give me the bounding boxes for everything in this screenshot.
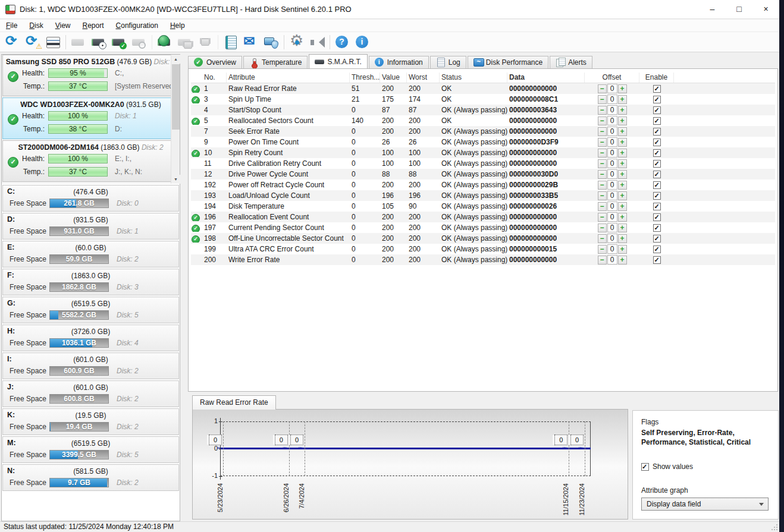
menu-item[interactable]: View: [49, 20, 77, 31]
enable-checkbox[interactable]: [653, 160, 661, 168]
tab-smart[interactable]: S.M.A.R.T.: [309, 54, 367, 68]
smart-attribute-row[interactable]: 194 Disk Temperature 0 105 90 OK (Always…: [191, 201, 775, 212]
offset-increase-button[interactable]: +: [618, 106, 627, 115]
smart-attribute-row[interactable]: 3 Spin Up Time 21 175 174 OK 0000000008C…: [191, 94, 775, 105]
offset-decrease-button[interactable]: −: [598, 234, 607, 243]
offset-increase-button[interactable]: +: [618, 181, 627, 190]
partition-entry[interactable]: C: (476.4 GB) Free Space 261.8 GB Disk: …: [2, 185, 179, 212]
offset-decrease-button[interactable]: −: [598, 106, 607, 115]
partition-entry[interactable]: F: (1863.0 GB) Free Space 1862.8 GB Disk…: [2, 269, 179, 295]
disk-search-button[interactable]: [130, 33, 149, 51]
offset-increase-button[interactable]: +: [618, 84, 627, 93]
partition-entry[interactable]: H: (3726.0 GB) Free Space 1036.1 GB Disk…: [2, 325, 179, 351]
column-header[interactable]: Value: [380, 73, 407, 83]
enable-checkbox[interactable]: [653, 181, 661, 189]
offset-decrease-button[interactable]: −: [598, 245, 607, 254]
column-header[interactable]: No.: [191, 73, 227, 83]
offset-decrease-button[interactable]: −: [598, 213, 607, 222]
disk-clock-button[interactable]: [89, 33, 108, 51]
partition-entry[interactable]: K: (19.5 GB) Free Space 19.4 GB Disk: 2: [2, 408, 179, 435]
enable-checkbox[interactable]: [653, 117, 661, 125]
tab-disk-performance[interactable]: Disk Performance: [468, 56, 548, 68]
maximize-button[interactable]: □: [726, 0, 752, 19]
menu-item[interactable]: File: [0, 20, 23, 31]
offset-decrease-button[interactable]: −: [598, 138, 607, 147]
offset-increase-button[interactable]: +: [618, 127, 627, 136]
smart-attribute-row[interactable]: 200 Write Error Rate 0 200 200 OK (Alway…: [191, 254, 775, 265]
offset-decrease-button[interactable]: −: [598, 127, 607, 136]
smart-attribute-row[interactable]: 193 Load/Unload Cycle Count 0 196 196 OK…: [191, 190, 775, 201]
offset-increase-button[interactable]: +: [618, 159, 627, 168]
resize-grip[interactable]: [770, 523, 778, 531]
tab-alerts[interactable]: Alerts: [550, 56, 592, 68]
offset-decrease-button[interactable]: −: [598, 84, 607, 93]
enable-checkbox[interactable]: [653, 85, 661, 93]
attribute-graph-select[interactable]: Display data field: [641, 498, 769, 511]
disk-entry[interactable]: WDC WD1003FZEX-00MK2A0 (931.5 GB) Health…: [2, 97, 179, 139]
enable-checkbox[interactable]: [653, 128, 661, 136]
disk-check-button[interactable]: [109, 33, 128, 51]
tab-overview[interactable]: Overview: [188, 56, 242, 68]
tab-temperature[interactable]: Temperature: [243, 56, 308, 68]
partition-entry[interactable]: J: (601.0 GB) Free Space 600.8 GB Disk: …: [2, 380, 179, 407]
column-header[interactable]: Enable: [639, 73, 674, 83]
show-values-checkbox[interactable]: [641, 463, 649, 471]
offset-increase-button[interactable]: +: [618, 223, 627, 232]
column-header[interactable]: Data: [507, 73, 585, 83]
notes-button[interactable]: [221, 33, 240, 51]
scroll-up-icon[interactable]: ▲: [171, 55, 180, 64]
column-header[interactable]: Offset: [585, 73, 639, 83]
offset-decrease-button[interactable]: −: [598, 223, 607, 232]
info-button[interactable]: [353, 33, 372, 51]
offset-increase-button[interactable]: +: [618, 256, 627, 265]
network-button[interactable]: [262, 33, 281, 51]
menu-item[interactable]: Disk: [23, 20, 49, 31]
offset-decrease-button[interactable]: −: [598, 202, 607, 211]
smart-attribute-row[interactable]: 197 Current Pending Sector Count 0 200 2…: [191, 222, 775, 233]
offset-decrease-button[interactable]: −: [598, 191, 607, 200]
scrollbar-thumb[interactable]: [172, 64, 180, 130]
partition-entry[interactable]: I: (601.0 GB) Free Space 600.9 GB Disk: …: [2, 352, 179, 379]
partition-entry[interactable]: D: (931.5 GB) Free Space 931.0 GB Disk: …: [2, 213, 179, 240]
menu-item[interactable]: Configuration: [110, 20, 164, 31]
minimize-button[interactable]: –: [699, 0, 726, 19]
offset-increase-button[interactable]: +: [618, 202, 627, 211]
mail-button[interactable]: [242, 33, 261, 51]
smart-attribute-row[interactable]: 10 Spin Retry Count 0 100 100 OK (Always…: [191, 147, 775, 158]
smart-attribute-row[interactable]: 196 Reallocation Event Count 0 200 200 O…: [191, 212, 775, 222]
offset-increase-button[interactable]: +: [618, 191, 627, 200]
column-header[interactable]: Attribute: [227, 73, 350, 83]
report-button[interactable]: [43, 33, 62, 51]
smart-attribute-row[interactable]: 7 Seek Error Rate 0 200 200 OK (Always p…: [191, 126, 775, 137]
smart-attribute-row[interactable]: 4 Start/Stop Count 0 87 87 OK (Always pa…: [191, 105, 775, 115]
enable-checkbox[interactable]: [653, 96, 661, 103]
column-header[interactable]: Worst: [407, 73, 440, 83]
enable-checkbox[interactable]: [653, 106, 661, 114]
chart-tab-raw-read-error-rate[interactable]: Raw Read Error Rate: [192, 395, 276, 410]
disk-connect-button[interactable]: [175, 33, 195, 51]
enable-checkbox[interactable]: [653, 192, 661, 200]
plug-button[interactable]: [196, 33, 215, 51]
enable-checkbox[interactable]: [653, 213, 661, 221]
enable-checkbox[interactable]: [653, 203, 661, 210]
close-button[interactable]: ×: [752, 0, 779, 19]
enable-checkbox[interactable]: [653, 224, 661, 232]
offset-increase-button[interactable]: +: [618, 213, 627, 222]
smart-attribute-row[interactable]: 9 Power On Time Count 0 26 26 OK (Always…: [191, 137, 775, 147]
smart-attribute-row[interactable]: 11 Drive Calibration Retry Count 0 100 1…: [191, 158, 775, 169]
offset-decrease-button[interactable]: −: [598, 170, 607, 179]
smart-attribute-row[interactable]: 192 Power off Retract Cycle Count 0 200 …: [191, 180, 775, 190]
disk-list-scrollbar[interactable]: ▲ ▼: [171, 55, 180, 184]
offset-decrease-button[interactable]: −: [598, 95, 607, 104]
menu-item[interactable]: Help: [164, 20, 191, 31]
offset-increase-button[interactable]: +: [618, 234, 627, 243]
partition-entry[interactable]: G: (6519.5 GB) Free Space 5582.2 GB Disk…: [2, 297, 179, 323]
offset-increase-button[interactable]: +: [618, 95, 627, 104]
offset-decrease-button[interactable]: −: [598, 159, 607, 168]
offset-increase-button[interactable]: +: [618, 149, 627, 158]
smart-attribute-row[interactable]: 198 Off-Line Uncorrectable Sector Count …: [191, 233, 775, 244]
enable-checkbox[interactable]: [653, 138, 661, 146]
enable-checkbox[interactable]: [653, 149, 661, 157]
offset-increase-button[interactable]: +: [618, 117, 627, 125]
enable-checkbox[interactable]: [653, 171, 661, 178]
